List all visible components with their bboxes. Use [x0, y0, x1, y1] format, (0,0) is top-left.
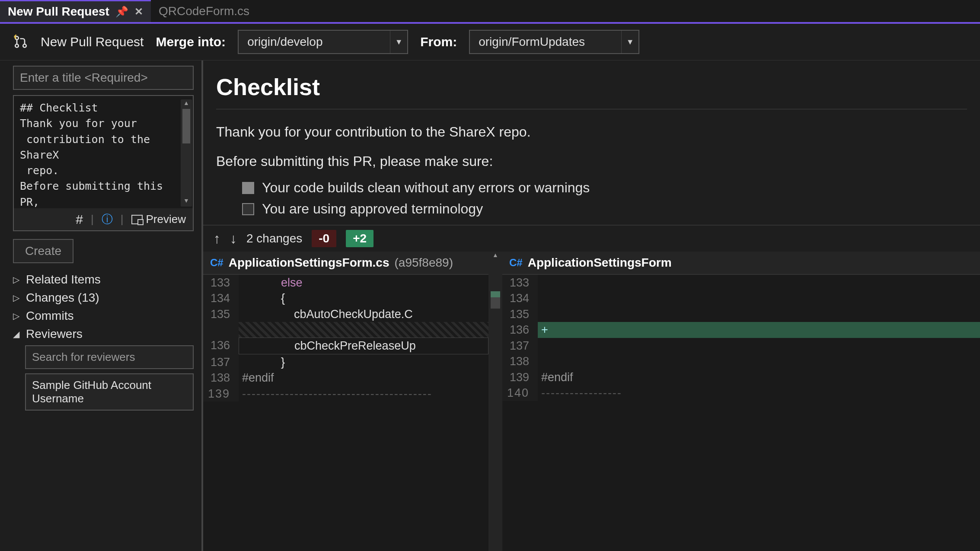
- svg-point-1: [15, 44, 19, 48]
- checklist-item: You are using approved terminology: [242, 201, 967, 217]
- chevron-down-icon[interactable]: ▼: [621, 31, 638, 53]
- caret-right-icon: ▷: [13, 274, 22, 285]
- description-footer: # | ⓘ | Preview: [14, 208, 193, 230]
- from-dropdown[interactable]: origin/FormUpdates ▼: [469, 30, 639, 54]
- info-icon[interactable]: ⓘ: [102, 212, 113, 227]
- code-editor-left[interactable]: 133 else134 {135 cbAutoCheckUpdate.C136 …: [203, 275, 488, 551]
- reviewer-search-input[interactable]: Search for reviewers: [25, 345, 194, 369]
- tree-reviewers[interactable]: ◢ Reviewers: [13, 327, 194, 341]
- scroll-down-icon[interactable]: ▼: [181, 197, 192, 207]
- pr-description-textarea[interactable]: ## Checklist Thank you for your contribu…: [14, 96, 193, 208]
- tab-label: QRCodeForm.cs: [159, 4, 249, 18]
- markdown-preview: Checklist Thank you for your contributio…: [203, 61, 980, 225]
- separator: |: [91, 213, 94, 226]
- additions-badge: +2: [346, 230, 373, 247]
- scroll-thumb[interactable]: [491, 291, 500, 309]
- scroll-up-icon[interactable]: ▲: [488, 252, 502, 258]
- changes-count: 2 changes: [246, 232, 302, 245]
- preview-toggle[interactable]: Preview: [131, 213, 186, 226]
- toolbar-title: New Pull Request: [41, 35, 144, 49]
- reviewer-entry[interactable]: Sample GitHub Account Username: [25, 373, 194, 411]
- diff-file-header[interactable]: C# ApplicationSettingsForm: [502, 252, 980, 275]
- merge-into-value: origin/develop: [239, 35, 390, 49]
- tree-label: Related Items: [26, 273, 101, 287]
- hash-icon[interactable]: #: [76, 212, 83, 227]
- from-value: origin/FormUpdates: [470, 35, 621, 49]
- checklist-item: Your code builds clean without any error…: [242, 180, 967, 196]
- diff-view: C# ApplicationSettingsForm.cs (a95f8e89)…: [203, 252, 980, 551]
- checklist-text: You are using approved terminology: [262, 201, 483, 217]
- scroll-up-icon[interactable]: ▲: [181, 99, 192, 109]
- pin-icon[interactable]: 📌: [115, 6, 128, 18]
- scrollbar[interactable]: ▲: [488, 252, 502, 551]
- tree-related-items[interactable]: ▷ Related Items: [13, 273, 194, 287]
- diff-filename: ApplicationSettingsForm.cs: [229, 256, 389, 270]
- preview-icon: [131, 215, 143, 224]
- create-button[interactable]: Create: [13, 239, 73, 263]
- diff-filename: ApplicationSettingsForm: [528, 256, 672, 270]
- pr-title-input[interactable]: Enter a title <Required>: [13, 66, 194, 90]
- preview-heading: Checklist: [216, 73, 967, 100]
- scroll-thumb[interactable]: [182, 109, 190, 143]
- pr-description-box: ## Checklist Thank you for your contribu…: [13, 95, 194, 231]
- diff-right-pane: C# ApplicationSettingsForm 1331341351361…: [502, 252, 980, 551]
- preview-paragraph: Before submitting this PR, please make s…: [216, 151, 967, 172]
- deletions-badge: -0: [312, 230, 336, 247]
- diff-commit-hash: (a95f8e89): [395, 256, 453, 270]
- next-change-icon[interactable]: ↓: [230, 231, 237, 247]
- main-content: Enter a title <Required> ## Checklist Th…: [0, 61, 980, 551]
- csharp-icon: C#: [509, 257, 523, 269]
- tab-bar: New Pull Request 📌 ✕ QRCodeForm.cs: [0, 0, 980, 24]
- close-icon[interactable]: ✕: [134, 6, 143, 18]
- caret-right-icon: ▷: [13, 293, 22, 303]
- svg-point-2: [23, 44, 26, 48]
- scrollbar[interactable]: ▲ ▼: [181, 99, 192, 207]
- tree-label: Commits: [26, 309, 73, 323]
- caret-right-icon: ▷: [13, 311, 22, 321]
- code-editor-right[interactable]: 133134135136137138139#endif140----------…: [502, 275, 980, 551]
- prev-change-icon[interactable]: ↑: [214, 231, 220, 247]
- tree-changes[interactable]: ▷ Changes (13): [13, 291, 194, 305]
- caret-down-icon: ◢: [13, 329, 22, 339]
- tree-commits[interactable]: ▷ Commits: [13, 309, 194, 323]
- checkbox-icon[interactable]: [242, 182, 254, 194]
- checklist-text: Your code builds clean without any error…: [262, 180, 590, 196]
- preview-paragraph: Thank you for your contribution to the S…: [216, 121, 967, 143]
- diff-left-pane: C# ApplicationSettingsForm.cs (a95f8e89)…: [203, 252, 488, 551]
- pr-toolbar: New Pull Request Merge into: origin/deve…: [0, 24, 980, 61]
- separator: |: [121, 213, 124, 226]
- tab-label: New Pull Request: [8, 5, 109, 19]
- preview-label: Preview: [146, 213, 186, 226]
- tree-label: Reviewers: [26, 327, 83, 341]
- tab-qrcodeform[interactable]: QRCodeForm.cs: [151, 0, 257, 22]
- csharp-icon: C#: [210, 257, 223, 269]
- checkbox-icon[interactable]: [242, 203, 254, 215]
- chevron-down-icon[interactable]: ▼: [390, 31, 407, 53]
- tree-label: Changes (13): [26, 291, 99, 305]
- divider: [216, 109, 967, 109]
- right-pane: Checklist Thank you for your contributio…: [203, 61, 980, 551]
- left-pane: Enter a title <Required> ## Checklist Th…: [0, 61, 203, 551]
- sidebar-tree: ▷ Related Items ▷ Changes (13) ▷ Commits…: [13, 273, 194, 411]
- merge-into-dropdown[interactable]: origin/develop ▼: [238, 30, 408, 54]
- from-label: From:: [420, 35, 457, 49]
- tab-new-pr[interactable]: New Pull Request 📌 ✕: [0, 0, 151, 22]
- merge-into-label: Merge into:: [156, 35, 226, 49]
- pull-request-icon: [13, 34, 29, 50]
- diff-file-header[interactable]: C# ApplicationSettingsForm.cs (a95f8e89): [203, 252, 488, 275]
- diff-toolbar: ↑ ↓ 2 changes -0 +2: [203, 225, 980, 252]
